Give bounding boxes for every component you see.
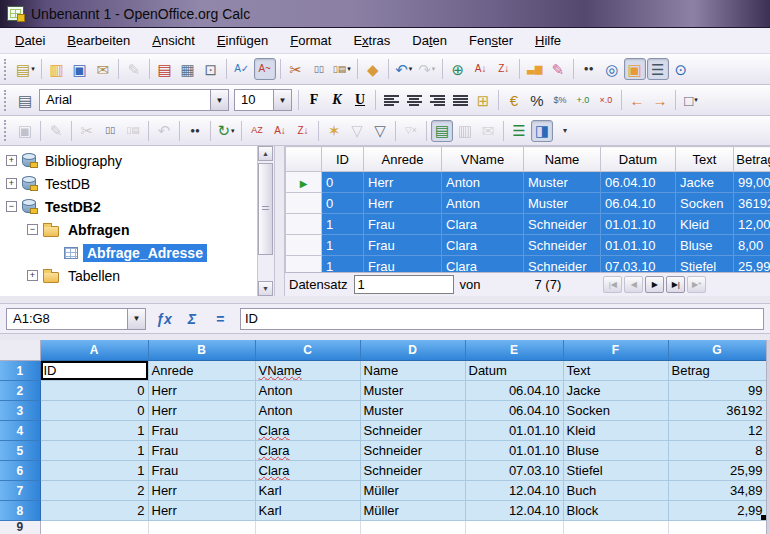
cell-G4[interactable]: 12 <box>668 421 766 441</box>
align-left-button[interactable] <box>380 89 402 111</box>
sort-button[interactable]: AZ <box>246 120 268 142</box>
name-box-dropdown-icon[interactable]: ▼ <box>127 309 145 329</box>
grid-cell[interactable]: 25,99 <box>734 256 770 273</box>
column-header-f[interactable]: F <box>563 340 668 361</box>
menu-ansicht[interactable]: Ansicht <box>141 29 206 52</box>
explorer-splitter[interactable] <box>274 146 285 296</box>
menu-daten[interactable]: Daten <box>401 29 458 52</box>
cell-E2[interactable]: 06.04.10 <box>465 381 563 401</box>
refresh-dropdown-icon[interactable]: ▾ <box>231 127 235 135</box>
cell-F2[interactable]: Jacke <box>563 381 668 401</box>
tree-item-bibliography[interactable]: +Bibliography <box>0 149 257 172</box>
previous-record-button[interactable]: ◀ <box>624 276 643 293</box>
last-record-button[interactable]: ▶| <box>666 276 685 293</box>
grid-column-header-id[interactable]: ID <box>322 147 364 172</box>
increase-indent-button[interactable]: → <box>649 89 671 111</box>
column-header-d[interactable]: D <box>360 340 465 361</box>
cell-B5[interactable]: Frau <box>148 441 255 461</box>
collapse-icon[interactable]: − <box>27 224 38 235</box>
cell-C1[interactable]: VName <box>255 361 360 381</box>
format-paintbrush-button[interactable]: ◆ <box>362 58 384 80</box>
delete-decimal-place-button[interactable]: ×.0 <box>595 89 617 111</box>
column-header-a[interactable]: A <box>40 340 148 361</box>
explorer-on-off-button[interactable]: ◨ <box>531 120 553 142</box>
cell-G9[interactable] <box>668 521 766 534</box>
cell-D5[interactable]: Schneider <box>360 441 465 461</box>
tree-item-abfrage_adresse[interactable]: −Abfrage_Adresse <box>0 241 257 264</box>
font-name-combo[interactable]: Arial▼ <box>39 89 229 111</box>
grid-cell[interactable]: 1 <box>322 256 364 273</box>
select-all-corner[interactable] <box>0 340 40 361</box>
cell-A5[interactable]: 1 <box>40 441 148 461</box>
bold-button[interactable]: F <box>303 89 325 111</box>
grid-cell[interactable]: 07.03.10 <box>601 256 676 273</box>
grid-cell[interactable]: Anton <box>442 193 524 214</box>
grid-column-header-betrag[interactable]: Betrag <box>734 147 770 172</box>
cell-G1[interactable]: Betrag <box>668 361 766 381</box>
font-name-combo-dropdown-icon[interactable]: ▼ <box>210 90 228 110</box>
zoom-button[interactable]: ⊙ <box>670 58 692 80</box>
grid-cell[interactable]: 0 <box>322 193 364 214</box>
column-header-b[interactable]: B <box>148 340 255 361</box>
grid-row-header[interactable] <box>286 193 322 214</box>
number-format-percent-button[interactable]: % <box>526 89 548 111</box>
menu-hilfe[interactable]: Hilfe <box>524 29 572 52</box>
cell-F3[interactable]: Socken <box>563 401 668 421</box>
grid-cell[interactable]: Muster <box>524 172 601 193</box>
cell-E6[interactable]: 07.03.10 <box>465 461 563 481</box>
row-header-5[interactable]: 5 <box>0 441 40 461</box>
cell-B2[interactable]: Herr <box>148 381 255 401</box>
insert-chart-button[interactable]: ▃▆ <box>524 58 546 80</box>
data-to-fields-button[interactable]: ▥ <box>454 120 476 142</box>
cell-E8[interactable]: 12.04.10 <box>465 501 563 521</box>
grid-cell[interactable]: Jacke <box>676 172 734 193</box>
cell-A2[interactable]: 0 <box>40 381 148 401</box>
row-header-7[interactable]: 7 <box>0 481 40 501</box>
paste-record-button[interactable]: ▯▤ <box>122 120 144 142</box>
align-center-button[interactable] <box>403 89 425 111</box>
grid-row-header[interactable] <box>286 256 322 273</box>
auto-spellcheck-button[interactable]: A~ <box>254 58 276 80</box>
grid-cell[interactable]: Clara <box>442 214 524 235</box>
cell-C3[interactable]: Anton <box>255 401 360 421</box>
save-document-button[interactable]: ▣ <box>69 58 91 80</box>
grid-cell[interactable]: 06.04.10 <box>601 193 676 214</box>
save-record-button[interactable]: ▣ <box>14 120 36 142</box>
cell-F9[interactable] <box>563 521 668 534</box>
undo-dropdown-icon[interactable]: ▾ <box>409 65 413 73</box>
cell-C2[interactable]: Anton <box>255 381 360 401</box>
column-header-e[interactable]: E <box>465 340 563 361</box>
toolbar-overflow-button[interactable]: ▾ <box>554 120 576 142</box>
next-record-button[interactable]: ▶ <box>645 276 664 293</box>
grid-cell[interactable]: 01.01.10 <box>601 235 676 256</box>
cell-C7[interactable]: Karl <box>255 481 360 501</box>
grid-cell[interactable]: Kleid <box>676 214 734 235</box>
cell-B4[interactable]: Frau <box>148 421 255 441</box>
name-box[interactable]: A1:G8 ▼ <box>6 308 146 330</box>
cell-B3[interactable]: Herr <box>148 401 255 421</box>
number-format-currency-button[interactable]: € <box>503 89 525 111</box>
explorer-scrollbar[interactable]: ▲ ▼ <box>257 146 274 296</box>
row-header-8[interactable]: 8 <box>0 501 40 521</box>
cell-A3[interactable]: 0 <box>40 401 148 421</box>
grid-column-header-name[interactable]: Name <box>524 147 601 172</box>
first-record-button[interactable]: |◀ <box>603 276 622 293</box>
grid-column-header-datum[interactable]: Datum <box>601 147 676 172</box>
function-wizard-button[interactable]: ƒx <box>152 308 176 330</box>
column-header-c[interactable]: C <box>255 340 360 361</box>
cell-F6[interactable]: Stiefel <box>563 461 668 481</box>
copy-record-button[interactable]: ▯▯ <box>99 120 121 142</box>
copy-button[interactable]: ▯▯ <box>308 58 330 80</box>
paste-dropdown-icon[interactable]: ▾ <box>347 65 351 73</box>
cell-F1[interactable]: Text <box>563 361 668 381</box>
row-header-1[interactable]: 1 <box>0 361 40 381</box>
hyperlink-button[interactable]: ⊕ <box>447 58 469 80</box>
panel-separator[interactable] <box>0 296 770 304</box>
grid-row-header[interactable] <box>286 235 322 256</box>
cell-D4[interactable]: Schneider <box>360 421 465 441</box>
edit-file-button[interactable]: ✎ <box>123 58 145 80</box>
grid-row-header[interactable]: ▶ <box>286 172 322 193</box>
borders-dropdown-icon[interactable]: ▾ <box>694 96 698 104</box>
cell-D8[interactable]: Müller <box>360 501 465 521</box>
new-document-dropdown-icon[interactable]: ▾ <box>31 65 35 73</box>
